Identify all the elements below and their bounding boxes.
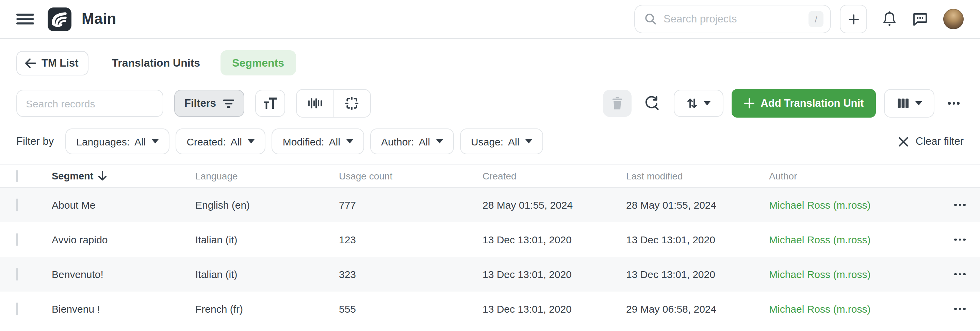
filter-chip-usage[interactable]: Usage: All xyxy=(460,128,543,154)
sort-arrows-icon xyxy=(686,97,697,109)
clear-filter-button[interactable]: Clear filter xyxy=(899,135,964,147)
filter-lines-icon xyxy=(223,98,234,108)
add-translation-unit-button[interactable]: Add Translation Unit xyxy=(731,89,876,117)
cell-usage-count: 123 xyxy=(339,234,482,245)
cell-usage-count: 323 xyxy=(339,268,482,280)
ellipsis-icon xyxy=(948,102,959,105)
search-projects-box: / xyxy=(634,5,831,33)
column-header-usage-count[interactable]: Usage count xyxy=(339,170,482,181)
column-header-segment[interactable]: Segment xyxy=(52,170,195,181)
tab-segments[interactable]: Segments xyxy=(221,50,296,76)
user-avatar[interactable] xyxy=(943,9,964,29)
cell-language: French (fr) xyxy=(195,303,339,315)
table-header-row: Segment Language Usage count Created Las… xyxy=(0,165,980,188)
search-projects-input[interactable] xyxy=(663,13,808,25)
table-row[interactable]: Bienvenu ! French (fr) 555 13 Dec 13:01,… xyxy=(0,291,980,326)
row-checkbox[interactable] xyxy=(16,268,18,281)
filters-button[interactable]: Filters xyxy=(174,90,244,117)
column-header-author[interactable]: Author xyxy=(769,170,937,181)
filter-chip-created[interactable]: Created: All xyxy=(176,128,266,154)
text-size-button[interactable] xyxy=(255,90,285,117)
filter-by-label: Filter by xyxy=(16,135,54,147)
view-mode-group xyxy=(296,89,371,117)
chevron-down-icon xyxy=(915,101,922,105)
cell-segment: Avvio rapido xyxy=(52,234,195,245)
delete-selected-button[interactable] xyxy=(603,90,631,117)
filter-chip-author[interactable]: Author: All xyxy=(370,128,454,154)
cell-created: 13 Dec 13:01, 2020 xyxy=(482,234,626,245)
refresh-search-button[interactable] xyxy=(643,95,660,111)
tab-translation-units[interactable]: Translation Units xyxy=(112,57,200,69)
top-bar: Main / xyxy=(0,0,980,39)
chevron-down-icon xyxy=(248,139,255,143)
columns-button[interactable] xyxy=(884,89,934,117)
hamburger-menu-icon[interactable] xyxy=(16,10,34,28)
ellipsis-icon xyxy=(954,273,966,275)
ellipsis-icon xyxy=(954,204,966,206)
search-records-box xyxy=(16,90,163,117)
chevron-down-icon xyxy=(436,139,443,143)
back-to-tm-list-button[interactable]: TM List xyxy=(16,51,89,75)
cell-author-link[interactable]: Michael Ross (m.ross) xyxy=(769,303,937,315)
cell-author-link[interactable]: Michael Ross (m.ross) xyxy=(769,268,937,280)
chevron-down-icon xyxy=(347,139,353,143)
row-checkbox[interactable] xyxy=(16,302,18,315)
add-project-button[interactable] xyxy=(840,5,867,33)
frame-view-button[interactable] xyxy=(333,90,370,117)
table-row[interactable]: Avvio rapido Italian (it) 123 13 Dec 13:… xyxy=(0,222,980,257)
cell-language: Italian (it) xyxy=(195,234,339,245)
text-size-icon xyxy=(262,97,277,110)
select-all-checkbox[interactable] xyxy=(16,169,18,182)
chevron-down-icon xyxy=(152,139,159,143)
cell-segment: Benvenuto! xyxy=(52,268,195,280)
filter-chip-modified[interactable]: Modified: All xyxy=(272,128,364,154)
cell-author-link[interactable]: Michael Ross (m.ross) xyxy=(769,199,937,211)
plus-icon xyxy=(848,13,859,25)
ellipsis-icon xyxy=(954,238,966,241)
app-root: Main / xyxy=(0,0,980,331)
cell-created: 13 Dec 13:01, 2020 xyxy=(482,303,626,315)
plus-icon xyxy=(743,98,754,109)
row-more-button[interactable] xyxy=(951,200,969,209)
column-header-language[interactable]: Language xyxy=(195,170,339,181)
sort-button[interactable] xyxy=(673,90,723,117)
cell-author-link[interactable]: Michael Ross (m.ross) xyxy=(769,234,937,245)
column-header-created[interactable]: Created xyxy=(482,170,626,181)
app-logo-icon[interactable] xyxy=(48,7,72,31)
row-checkbox[interactable] xyxy=(16,198,18,211)
column-header-last-modified[interactable]: Last modified xyxy=(626,170,769,181)
barcode-icon xyxy=(307,97,322,110)
cell-language: English (en) xyxy=(195,199,339,211)
cell-last-modified: 13 Dec 13:01, 2020 xyxy=(626,234,769,245)
refresh-search-icon xyxy=(643,95,660,111)
row-more-button[interactable] xyxy=(951,269,969,279)
row-checkbox[interactable] xyxy=(16,233,18,246)
cell-segment: Bienvenu ! xyxy=(52,303,195,315)
sort-desc-icon xyxy=(98,171,107,181)
toolbar-more-button[interactable] xyxy=(944,98,964,108)
barcode-view-button[interactable] xyxy=(296,90,333,117)
row-more-button[interactable] xyxy=(951,235,969,244)
secondary-nav: TM List Translation Units Segments xyxy=(0,39,980,85)
cell-last-modified: 13 Dec 13:01, 2020 xyxy=(626,268,769,280)
search-records-input[interactable] xyxy=(26,98,154,109)
page-title: Main xyxy=(82,10,116,28)
feedback-button[interactable] xyxy=(912,11,928,27)
chevron-down-icon xyxy=(525,139,532,143)
toolbar: Filters xyxy=(0,85,980,120)
close-icon xyxy=(899,136,909,146)
row-more-button[interactable] xyxy=(951,304,969,313)
slash-shortcut-badge: / xyxy=(808,11,824,27)
search-icon xyxy=(644,13,657,25)
table-row[interactable]: Benvenuto! Italian (it) 323 13 Dec 13:01… xyxy=(0,257,980,291)
trash-icon xyxy=(611,97,623,110)
cell-created: 13 Dec 13:01, 2020 xyxy=(482,268,626,280)
cell-language: Italian (it) xyxy=(195,268,339,280)
chevron-down-icon xyxy=(703,101,710,105)
selection-frame-icon xyxy=(344,96,360,111)
filter-chip-languages[interactable]: Languages: All xyxy=(65,128,169,154)
table-row[interactable]: About Me English (en) 777 28 May 01:55, … xyxy=(0,188,980,222)
notifications-button[interactable] xyxy=(882,11,897,27)
cell-last-modified: 28 May 01:55, 2024 xyxy=(626,199,769,211)
filter-bar: Filter by Languages: All Created: All Mo… xyxy=(0,120,980,164)
